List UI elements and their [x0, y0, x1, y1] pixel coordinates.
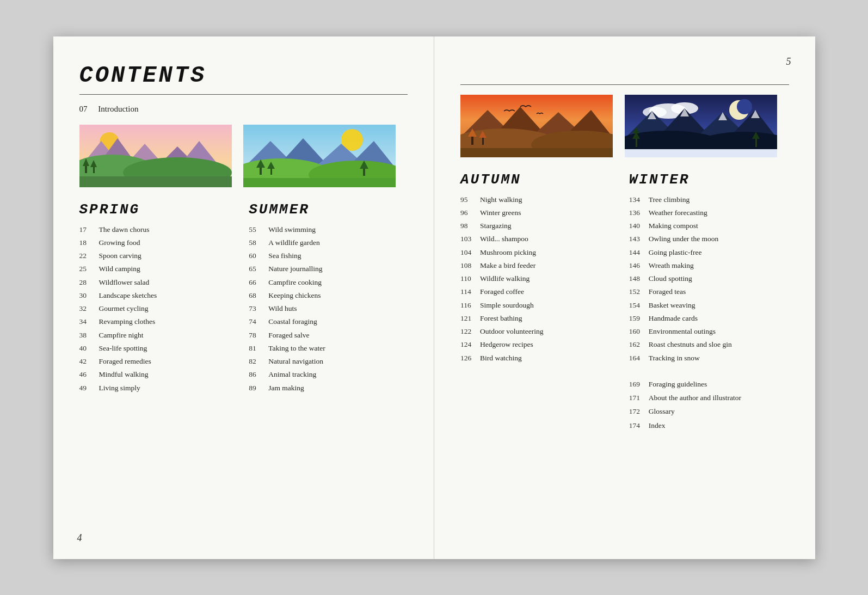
- winter-image: [625, 95, 789, 157]
- toc-item: 126Bird watching: [460, 353, 620, 364]
- toc-item: 74Coastal foraging: [249, 316, 408, 327]
- toc-num: 40: [79, 343, 99, 354]
- toc-item: 116Simple sourdough: [460, 300, 620, 311]
- toc-num: 108: [460, 260, 480, 271]
- winter-col: WINTER 134Tree climbing136Weather foreca…: [629, 166, 789, 434]
- page-number-bottom: 4: [77, 532, 82, 544]
- toc-item: 134Tree climbing: [629, 194, 789, 205]
- toc-num: 82: [249, 356, 268, 367]
- toc-item: 146Wreath making: [629, 260, 789, 271]
- toc-text: Living simply: [99, 383, 140, 394]
- left-seasons-row: SPRING 17The dawn chorus18Growing food22…: [79, 196, 408, 396]
- left-season-images: [79, 125, 408, 187]
- toc-text: Spoon carving: [99, 250, 141, 261]
- toc-text: Cloud spotting: [649, 273, 692, 284]
- toc-text: The dawn chorus: [99, 224, 150, 235]
- right-top-divider: [460, 84, 789, 85]
- toc-text: Roast chestnuts and sloe gin: [649, 339, 732, 350]
- toc-item: 81Taking to the water: [249, 343, 408, 354]
- toc-text: Keeping chickens: [268, 290, 321, 301]
- toc-item: 38Campfire night: [79, 330, 238, 341]
- toc-text: Simple sourdough: [480, 300, 534, 311]
- book-spread: CONTENTS 07 Introduction: [53, 36, 815, 559]
- toc-text: Stargazing: [480, 220, 512, 231]
- toc-num: 73: [249, 303, 268, 314]
- right-page: 5: [434, 36, 815, 559]
- toc-num: 110: [460, 273, 480, 284]
- toc-item: 42Foraged remedies: [79, 356, 238, 367]
- spring-col: SPRING 17The dawn chorus18Growing food22…: [79, 196, 249, 396]
- toc-item: 25Wild camping: [79, 263, 238, 274]
- toc-num: 95: [460, 194, 480, 205]
- winter-heading: WINTER: [629, 171, 789, 188]
- svg-rect-62: [625, 149, 777, 157]
- toc-text: Wreath making: [649, 260, 694, 271]
- toc-item: 82Natural navigation: [249, 356, 408, 367]
- toc-num: 136: [629, 207, 649, 218]
- toc-num: 134: [629, 194, 649, 205]
- toc-num: 89: [249, 383, 268, 394]
- toc-num: 17: [79, 224, 99, 235]
- spring-image: [79, 125, 244, 187]
- toc-num: 78: [249, 330, 268, 341]
- svg-point-43: [737, 99, 752, 114]
- toc-item: 73Wild huts: [249, 303, 408, 314]
- toc-num: 174: [629, 420, 649, 431]
- back-matter-item: 171About the author and illustrator: [629, 392, 789, 403]
- toc-text: Revamping clothes: [99, 316, 156, 327]
- toc-text: Tree climbing: [649, 194, 690, 205]
- toc-num: 60: [249, 250, 268, 261]
- toc-num: 38: [79, 330, 99, 341]
- toc-num: 124: [460, 339, 480, 350]
- toc-num: 148: [629, 273, 649, 284]
- back-matter: 169Foraging guidelines171About the autho…: [629, 379, 789, 431]
- svg-rect-36: [460, 148, 613, 157]
- toc-num: 126: [460, 353, 480, 364]
- toc-text: Glossary: [649, 406, 675, 417]
- toc-text: Natural navigation: [268, 356, 323, 367]
- toc-item: 154Basket weaving: [629, 300, 789, 311]
- svg-rect-26: [363, 168, 365, 176]
- toc-text: Foraged teas: [649, 286, 686, 297]
- top-divider: [79, 94, 408, 95]
- toc-text: Wild huts: [268, 303, 297, 314]
- toc-text: Growing food: [99, 237, 140, 248]
- back-matter-item: 169Foraging guidelines: [629, 379, 789, 390]
- toc-text: Coastal foraging: [268, 316, 317, 327]
- toc-item: 66Campfire cooking: [249, 277, 408, 288]
- toc-text: Landscape sketches: [99, 290, 157, 301]
- toc-text: Sea-life spotting: [99, 343, 147, 354]
- svg-rect-28: [243, 178, 396, 187]
- toc-num: 114: [460, 286, 480, 297]
- right-season-images: [460, 95, 789, 157]
- toc-item: 144Going plastic-free: [629, 247, 789, 258]
- toc-text: Taking to the water: [268, 343, 325, 354]
- intro-num: 07: [79, 105, 88, 113]
- right-seasons-row: AUTUMN 95Night walking96Winter greens98S…: [460, 166, 789, 434]
- toc-item: 22Spoon carving: [79, 250, 238, 261]
- toc-text: Handmade cards: [649, 313, 698, 324]
- toc-num: 58: [249, 237, 268, 248]
- toc-num: 146: [629, 260, 649, 271]
- toc-num: 42: [79, 356, 99, 367]
- toc-item: 103Wild... shampoo: [460, 234, 620, 244]
- toc-item: 18Growing food: [79, 237, 238, 248]
- toc-num: 104: [460, 247, 480, 258]
- svg-rect-11: [93, 167, 95, 173]
- summer-col: SUMMER 55Wild swimming58A wildlife garde…: [249, 196, 408, 396]
- toc-text: Wild... shampoo: [480, 234, 528, 244]
- toc-item: 60Sea fishing: [249, 250, 408, 261]
- autumn-col: AUTUMN 95Night walking96Winter greens98S…: [460, 166, 629, 434]
- toc-text: Outdoor volunteering: [480, 326, 544, 337]
- svg-rect-60: [755, 138, 757, 147]
- toc-text: Mindful walking: [99, 369, 149, 380]
- toc-item: 124Hedgerow recipes: [460, 339, 620, 350]
- toc-text: Sea fishing: [268, 250, 301, 261]
- toc-num: 160: [629, 326, 649, 337]
- svg-rect-24: [270, 168, 272, 175]
- toc-num: 103: [460, 234, 480, 244]
- toc-num: 143: [629, 234, 649, 244]
- toc-num: 121: [460, 313, 480, 324]
- toc-item: 104Mushroom picking: [460, 247, 620, 258]
- toc-text: Hedgerow recipes: [480, 339, 533, 350]
